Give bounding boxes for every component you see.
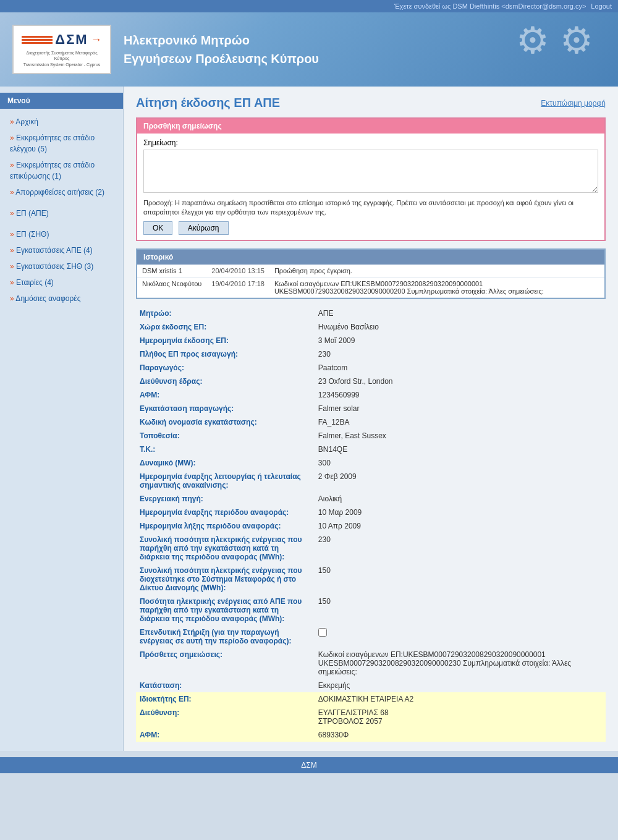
field-value: Falmer, East Sussex <box>315 429 606 443</box>
sidebar-item-pending-check[interactable]: Εκκρεμότητες σε στάδιο ελέγχου (5) <box>0 130 123 157</box>
note-buttons: ΟΚ Ακύρωση <box>143 221 598 235</box>
print-link[interactable]: Εκτυπώσιμη μορφή <box>541 99 606 108</box>
top-bar: Έχετε συνδεθεί ως DSM Diefthintis <dsmDi… <box>0 0 618 12</box>
sidebar: Μενού Αρχική Εκκρεμότητες σε στάδιο ελέγ… <box>0 87 124 751</box>
history-user: DSM xristis 1 <box>137 265 206 278</box>
note-box-header: Προσθήκη σημείωσης <box>137 119 604 134</box>
content: Αίτηση έκδοσης ΕΠ ΑΠΕ Εκτυπώσιμη μορφή Π… <box>124 87 618 751</box>
field-label: Παραγωγός: <box>136 361 315 375</box>
field-value: Ηνωμένο Βασίλειο <box>315 320 606 334</box>
logo-arrow: → <box>91 33 102 46</box>
sidebar-item-rejected[interactable]: Απορριφθείσες αιτήσεις (2) <box>0 184 123 200</box>
table-row: Πλήθος ΕΠ προς εισαγωγή: 230 <box>136 347 606 361</box>
field-label: Συνολική ποσότητα ηλεκτρικής ενέργειας π… <box>136 564 315 595</box>
logout-link[interactable]: Logout <box>591 2 612 10</box>
sidebar-item-installations-sith[interactable]: Εγκαταστάσεις ΣΗΘ (3) <box>0 258 123 274</box>
logo-subtitle: Διαχειριστής Συστήματος ΜεταφοράςΚύπροςT… <box>23 50 101 67</box>
history-table: DSM xristis 1 20/04/2010 13:15 Προώθηση … <box>137 265 604 298</box>
field-value: 300 <box>315 456 606 470</box>
field-label: ΑΦΜ: <box>136 388 315 402</box>
footer-label: ΔΣΜ <box>301 761 316 770</box>
field-value: Κωδικοί εισαγόμενων ΕΠ:UKESBM00072903200… <box>315 648 606 679</box>
sidebar-title: Μενού <box>0 93 123 109</box>
sidebar-item-home[interactable]: Αρχική <box>0 114 123 130</box>
sidebar-item-ep-ape[interactable]: ΕΠ (ΑΠΕ) <box>0 205 123 221</box>
cancel-button[interactable]: Ακύρωση <box>179 221 229 235</box>
field-label: Ημερομηνία λήξης περιόδου αναφοράς: <box>136 519 315 533</box>
field-label: Μητρώο: <box>136 307 315 320</box>
ok-button[interactable]: ΟΚ <box>143 221 172 235</box>
field-value: ΔΟΚΙΜΑΣΤΙΚΗ ΕΤΑΙΡΕΙΑ Α2 <box>315 692 606 706</box>
table-row: Κατάσταση: Εκκρεμής <box>136 679 606 692</box>
sidebar-item-companies[interactable]: Εταιρίες (4) <box>0 274 123 291</box>
field-value: BN14QE <box>315 443 606 456</box>
field-label: Συνολική ποσότητα ηλεκτρικής ενέργειας π… <box>136 533 315 564</box>
field-value: ΕΥΑΓΓΕΛΙΣΤΡΙΑΣ 68ΣΤΡΟΒΟΛΟΣ 2057 <box>315 706 606 728</box>
table-row: Χώρα έκδοσης ΕΠ: Ηνωμένο Βασίλειο <box>136 320 606 334</box>
field-label: Κατάσταση: <box>136 679 315 692</box>
field-label: Πλήθος ΕΠ προς εισαγωγή: <box>136 347 315 361</box>
table-row: Νικόλαος Νεοφύτου 19/04/2010 17:18 Κωδικ… <box>137 277 604 297</box>
table-row: ΑΦΜ: 1234560999 <box>136 388 606 402</box>
field-value: Εκκρεμής <box>315 679 606 692</box>
field-label: Εγκατάσταση παραγωγής: <box>136 402 315 415</box>
field-label: Πρόσθετες σημειώσεις: <box>136 648 315 679</box>
field-value: 2 Φεβ 2009 <box>315 470 606 492</box>
table-row-highlight: Ιδιοκτήτης ΕΠ: ΔΟΚΙΜΑΣΤΙΚΗ ΕΤΑΙΡΕΙΑ Α2 <box>136 692 606 706</box>
header-title: Ηλεκτρονικό Μητρώο Εγγυήσεων Προέλευσης … <box>124 31 319 68</box>
field-value: Αιολική <box>315 492 606 506</box>
login-info: Έχετε συνδεθεί ως DSM Diefthintis <dsmDi… <box>394 2 586 10</box>
sidebar-item-reports[interactable]: Δημόσιες αναφορές <box>0 291 123 307</box>
field-value: Falmer solar <box>315 402 606 415</box>
history-date: 19/04/2010 17:18 <box>206 277 269 297</box>
field-label: Ποσότητα ηλεκτρικής ενέργειας από ΑΠΕ πο… <box>136 595 315 626</box>
header-title-line2: Εγγυήσεων Προέλευσης Κύπρου <box>124 49 319 68</box>
field-label: Κωδική ονομασία εγκατάστασης: <box>136 415 315 429</box>
field-label: Ιδιοκτήτης ΕΠ: <box>136 692 315 706</box>
footer: ΔΣΜ <box>0 757 618 773</box>
history-action: Κωδικοί εισαγόμενων ΕΠ:UKESBM00072903200… <box>269 277 604 297</box>
field-value: 689330Φ <box>315 728 606 742</box>
turbine-decoration: ⚙ ⚙ <box>516 19 593 62</box>
table-row: Συνολική ποσότητα ηλεκτρικής ενέργειας π… <box>136 564 606 595</box>
field-label: Ημερομηνία έκδοσης ΕΠ: <box>136 334 315 347</box>
main-layout: Μενού Αρχική Εκκρεμότητες σε στάδιο ελέγ… <box>0 87 618 751</box>
sidebar-item-pending-approval[interactable]: Εκκρεμότητες σε στάδιο επικύρωσης (1) <box>0 157 123 184</box>
table-row: DSM xristis 1 20/04/2010 13:15 Προώθηση … <box>137 265 604 278</box>
table-row: Τ.Κ.: BN14QE <box>136 443 606 456</box>
field-label: Επενδυτική Στήριξη (για την παραγωγή ενέ… <box>136 626 315 648</box>
table-row: Ενεργειακή πηγή: Αιολική <box>136 492 606 506</box>
field-label: Διεύθυνση έδρας: <box>136 375 315 388</box>
sidebar-item-ep-sith[interactable]: ΕΠ (ΣΗΘ) <box>0 226 123 242</box>
table-row-highlight: Διεύθυνση: ΕΥΑΓΓΕΛΙΣΤΡΙΑΣ 68ΣΤΡΟΒΟΛΟΣ 20… <box>136 706 606 728</box>
note-textarea[interactable] <box>143 150 598 193</box>
table-row: Πρόσθετες σημειώσεις: Κωδικοί εισαγόμενω… <box>136 648 606 679</box>
table-row: Ημερομηνία έκδοσης ΕΠ: 3 Μαΐ 2009 <box>136 334 606 347</box>
header-title-line1: Ηλεκτρονικό Μητρώο <box>124 31 319 49</box>
field-label: Δυναμικό (MW): <box>136 456 315 470</box>
field-value: 10 Μαρ 2009 <box>315 506 606 519</box>
table-row: Ημερομηνία λήξης περιόδου αναφοράς: 10 Α… <box>136 519 606 533</box>
field-value: FA_12BA <box>315 415 606 429</box>
field-value: 150 <box>315 564 606 595</box>
page-title-bar: Αίτηση έκδοσης ΕΠ ΑΠΕ Εκτυπώσιμη μορφή <box>136 96 606 110</box>
table-row: Δυναμικό (MW): 300 <box>136 456 606 470</box>
table-row: Ημερομηνία έναρξης περιόδου αναφοράς: 10… <box>136 506 606 519</box>
note-box-body: Σημείωση: Προσοχή: Η παραπάνω σημείωση π… <box>137 134 604 240</box>
investment-support-checkbox[interactable] <box>318 628 327 637</box>
info-table: Μητρώο: ΑΠΕ Χώρα έκδοσης ΕΠ: Ηνωμένο Βασ… <box>136 307 606 742</box>
table-row: Διεύθυνση έδρας: 23 Oxford Str., London <box>136 375 606 388</box>
field-label: Ημερομηνία έναρξης λειτουργίας ή τελευτα… <box>136 470 315 492</box>
history-action: Προώθηση προς έγκριση. <box>269 265 604 278</box>
history-box: Ιστορικό DSM xristis 1 20/04/2010 13:15 … <box>136 248 606 299</box>
field-value: 1234560999 <box>315 388 606 402</box>
page-title: Αίτηση έκδοσης ΕΠ ΑΠΕ <box>136 96 280 110</box>
table-row: Εγκατάσταση παραγωγής: Falmer solar <box>136 402 606 415</box>
note-box: Προσθήκη σημείωσης Σημείωση: Προσοχή: Η … <box>136 117 606 241</box>
note-label: Σημείωση: <box>143 138 598 147</box>
field-value: ΑΠΕ <box>315 307 606 320</box>
field-checkbox <box>315 626 606 648</box>
sidebar-item-installations-ape[interactable]: Εγκαταστάσεις ΑΠΕ (4) <box>0 242 123 258</box>
field-label: ΑΦΜ: <box>136 728 315 742</box>
field-value: 23 Oxford Str., London <box>315 375 606 388</box>
